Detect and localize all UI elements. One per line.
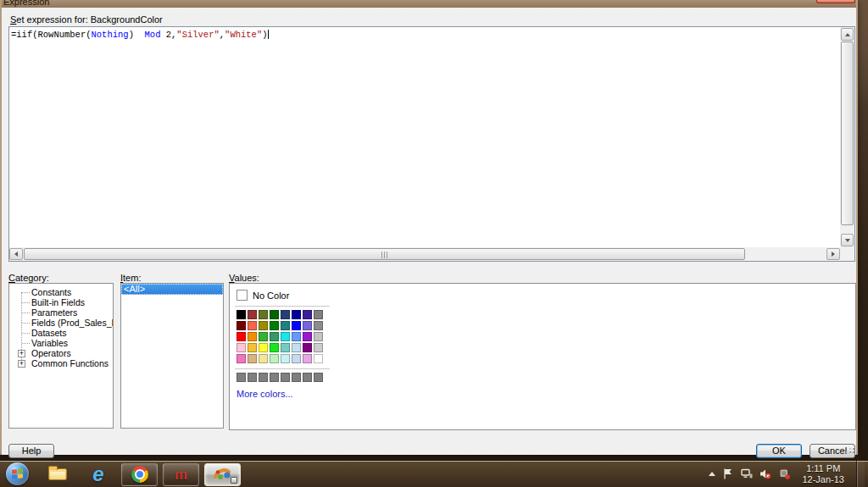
color-swatch[interactable] bbox=[259, 332, 268, 341]
taskbar-item-bids-active[interactable] bbox=[204, 463, 241, 486]
taskbar-clock[interactable]: 1:11 PM 12-Jan-13 bbox=[797, 463, 849, 485]
color-swatch[interactable] bbox=[303, 343, 312, 352]
color-swatch[interactable] bbox=[236, 310, 246, 319]
vertical-scrollbar[interactable] bbox=[840, 27, 854, 247]
taskbar-item-app-m[interactable]: m bbox=[163, 463, 199, 486]
color-swatch[interactable] bbox=[303, 321, 312, 330]
scroll-up-button[interactable] bbox=[841, 28, 854, 41]
color-swatch[interactable] bbox=[314, 354, 323, 363]
color-swatch[interactable] bbox=[236, 343, 246, 352]
no-color-row[interactable]: No Color bbox=[236, 290, 289, 301]
horizontal-scrollbar[interactable] bbox=[9, 247, 840, 261]
show-desktop-button[interactable] bbox=[856, 461, 865, 487]
network-icon[interactable] bbox=[741, 468, 753, 480]
recent-colors-row bbox=[236, 373, 323, 382]
color-swatch[interactable] bbox=[259, 321, 268, 330]
values-label: Values: bbox=[229, 273, 259, 283]
expression-editor[interactable]: =iif(RowNumber(Nothing) Mod 2,"Silver","… bbox=[8, 26, 855, 262]
category-item[interactable]: +Operators bbox=[9, 348, 113, 358]
recent-color-swatch[interactable] bbox=[270, 373, 279, 382]
recent-color-swatch[interactable] bbox=[281, 373, 290, 382]
title-bar[interactable]: Expression bbox=[2, 0, 856, 8]
color-swatch[interactable] bbox=[314, 332, 323, 341]
color-swatch[interactable] bbox=[303, 310, 312, 319]
horizontal-scroll-thumb[interactable] bbox=[24, 248, 745, 260]
color-swatch[interactable] bbox=[314, 343, 323, 352]
category-item[interactable]: Built-in Fields bbox=[9, 297, 113, 307]
recent-color-swatch[interactable] bbox=[248, 373, 257, 382]
category-item[interactable]: Fields (Prod_Sales_DS) bbox=[9, 318, 113, 328]
color-swatch[interactable] bbox=[259, 310, 268, 319]
color-swatch[interactable] bbox=[281, 310, 290, 319]
color-swatch[interactable] bbox=[270, 321, 279, 330]
item-listbox[interactable]: <All> bbox=[120, 283, 224, 429]
close-icon[interactable] bbox=[816, 0, 855, 3]
color-swatch[interactable] bbox=[236, 321, 246, 330]
no-color-label: No Color bbox=[253, 291, 289, 301]
color-swatch[interactable] bbox=[281, 343, 290, 352]
expand-plus-icon[interactable]: + bbox=[18, 350, 25, 357]
hidden-icons-arrow-icon[interactable] bbox=[709, 472, 715, 476]
color-swatch[interactable] bbox=[292, 332, 301, 341]
color-swatch[interactable] bbox=[292, 321, 301, 330]
color-swatch[interactable] bbox=[270, 354, 279, 363]
item-list-row[interactable]: <All> bbox=[121, 284, 223, 295]
taskbar-item-chrome[interactable] bbox=[121, 463, 158, 486]
set-expression-label: Set expression for: BackgroundColor bbox=[10, 14, 163, 25]
color-swatch[interactable] bbox=[270, 343, 279, 352]
color-swatch[interactable] bbox=[248, 332, 257, 341]
no-color-checkbox[interactable] bbox=[236, 290, 248, 301]
category-item[interactable]: Parameters bbox=[9, 307, 113, 318]
color-swatch[interactable] bbox=[248, 321, 257, 330]
color-swatch[interactable] bbox=[303, 332, 312, 341]
vertical-scroll-thumb[interactable] bbox=[841, 42, 854, 225]
color-swatch[interactable] bbox=[248, 310, 257, 319]
recent-color-swatch[interactable] bbox=[314, 373, 323, 382]
color-swatch[interactable] bbox=[248, 343, 257, 352]
color-swatch[interactable] bbox=[281, 332, 290, 341]
color-swatch[interactable] bbox=[303, 354, 312, 363]
color-swatch[interactable] bbox=[314, 321, 323, 330]
divider bbox=[235, 306, 330, 307]
device-eject-icon[interactable] bbox=[778, 468, 790, 480]
recent-color-swatch[interactable] bbox=[259, 373, 268, 382]
app-badge-icon bbox=[231, 477, 237, 484]
recent-color-swatch[interactable] bbox=[236, 373, 246, 382]
taskbar-item-internet-explorer[interactable]: e bbox=[86, 462, 111, 486]
category-item[interactable]: Datasets bbox=[9, 328, 113, 338]
volume-muted-icon[interactable] bbox=[760, 468, 771, 480]
color-swatch[interactable] bbox=[292, 354, 301, 363]
color-swatch[interactable] bbox=[259, 343, 268, 352]
color-swatch[interactable] bbox=[270, 310, 279, 319]
more-colors-link[interactable]: More colors... bbox=[236, 389, 293, 399]
color-swatch[interactable] bbox=[281, 321, 290, 330]
expression-code[interactable]: =iif(RowNumber(Nothing) Mod 2,"Silver","… bbox=[9, 27, 840, 247]
color-swatch[interactable] bbox=[236, 332, 246, 341]
color-swatch[interactable] bbox=[270, 332, 279, 341]
category-tree: ConstantsBuilt-in FieldsParametersFields… bbox=[9, 284, 113, 368]
help-button[interactable]: Help bbox=[8, 444, 54, 458]
category-item[interactable]: Constants bbox=[9, 287, 113, 297]
category-item[interactable]: +Common Functions bbox=[9, 358, 113, 368]
expand-plus-icon[interactable]: + bbox=[18, 360, 25, 368]
color-swatch[interactable] bbox=[259, 354, 268, 363]
color-swatch[interactable] bbox=[236, 354, 246, 363]
taskbar-item-explorer[interactable] bbox=[45, 462, 70, 486]
scroll-left-button[interactable] bbox=[9, 248, 23, 260]
recent-color-swatch[interactable] bbox=[303, 373, 312, 382]
color-swatch[interactable] bbox=[248, 354, 257, 363]
color-swatch[interactable] bbox=[292, 310, 301, 319]
start-button[interactable] bbox=[6, 462, 29, 485]
ok-button[interactable]: OK bbox=[756, 444, 802, 458]
color-swatch[interactable] bbox=[292, 343, 301, 352]
scroll-right-button[interactable] bbox=[826, 248, 840, 260]
resize-grip[interactable] bbox=[845, 444, 854, 453]
category-listbox[interactable]: ConstantsBuilt-in FieldsParametersFields… bbox=[8, 283, 114, 429]
windows-flag-icon bbox=[12, 468, 23, 479]
color-swatch[interactable] bbox=[314, 310, 323, 319]
recent-color-swatch[interactable] bbox=[292, 373, 301, 382]
color-swatch[interactable] bbox=[281, 354, 290, 363]
action-center-flag-icon[interactable] bbox=[722, 468, 734, 480]
scroll-down-button[interactable] bbox=[841, 234, 854, 246]
category-item[interactable]: Variables bbox=[9, 338, 113, 348]
